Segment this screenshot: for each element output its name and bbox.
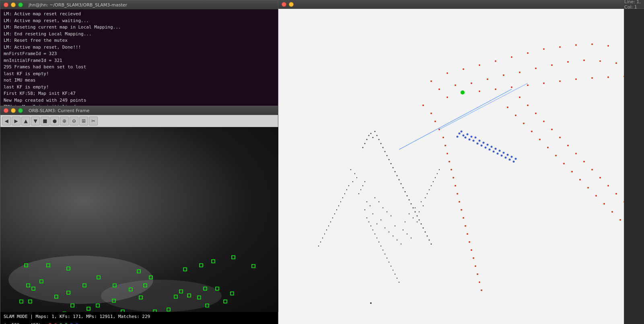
svg-point-104 [358, 193, 359, 194]
toolbar-cut-btn[interactable]: ✂ [89, 117, 98, 125]
toolbar-record-btn[interactable]: ● [50, 117, 59, 125]
svg-point-192 [438, 88, 440, 90]
svg-point-293 [501, 155, 503, 157]
svg-point-180 [430, 80, 432, 82]
svg-point-150 [377, 135, 378, 136]
terminal-min-btn[interactable] [11, 2, 16, 7]
slam-status-text: SLAM MODE | Maps: 1, KFs: 171, MPs: 1291… [4, 314, 150, 319]
svg-point-136 [334, 213, 335, 214]
terminal-titlebar: jhn@jhn: ~/ORB_SLAM3/ORB_SLAM3-master [0, 0, 278, 9]
svg-point-178 [429, 240, 430, 241]
svg-point-69 [370, 205, 370, 206]
coords-b: B:0 [70, 322, 78, 324]
svg-rect-10 [232, 256, 235, 259]
svg-point-128 [352, 181, 353, 182]
frame-min-btn[interactable] [11, 108, 16, 113]
svg-point-247 [575, 153, 577, 154]
svg-point-263 [571, 171, 573, 172]
svg-point-211 [559, 80, 561, 82]
svg-point-119 [389, 262, 389, 262]
svg-point-176 [425, 232, 426, 233]
svg-point-189 [575, 44, 577, 46]
svg-point-284 [483, 142, 485, 144]
svg-point-68 [366, 201, 367, 202]
svg-point-76 [391, 215, 391, 216]
coords-g: G:0 [60, 322, 68, 324]
coords-r: R:0 [49, 322, 57, 324]
svg-point-157 [387, 155, 388, 156]
map3d-min-btn[interactable] [289, 2, 294, 7]
svg-point-78 [377, 224, 377, 224]
svg-point-169 [411, 203, 412, 205]
svg-point-73 [372, 213, 373, 214]
camera-background [0, 127, 279, 312]
toolbar-back-btn[interactable]: ◀ [2, 117, 11, 125]
svg-point-248 [583, 161, 585, 162]
terminal-line-4: LM: End reseting Local Mapping... [4, 31, 275, 38]
svg-point-179 [431, 244, 432, 245]
svg-point-101 [435, 177, 436, 178]
svg-point-244 [551, 129, 553, 130]
terminal-title: jhn@jhn: ~/ORB_SLAM3/ORB_SLAM3-master [29, 2, 127, 8]
svg-point-210 [543, 82, 545, 84]
svg-point-227 [457, 193, 458, 195]
svg-point-269 [619, 219, 621, 221]
terminal-max-btn[interactable] [18, 2, 23, 7]
svg-point-204 [446, 96, 448, 98]
svg-point-231 [465, 225, 466, 227]
svg-point-243 [543, 121, 545, 122]
svg-point-145 [370, 133, 372, 134]
svg-point-99 [431, 185, 432, 186]
toolbar-down-btn[interactable]: ▼ [31, 117, 40, 125]
toolbar-search-btn[interactable]: ⊕ [60, 117, 69, 125]
svg-rect-25 [87, 307, 90, 310]
terminal-line-1: LM: Active map reset recieved [4, 11, 275, 18]
svg-point-149 [366, 139, 368, 140]
svg-point-173 [419, 219, 420, 221]
svg-point-279 [473, 140, 475, 142]
frame-max-btn[interactable] [18, 108, 23, 113]
terminal-line-2: LM: Active map reset, waiting... [4, 18, 275, 25]
svg-point-141 [324, 234, 325, 234]
frame-close-btn[interactable] [4, 108, 8, 113]
svg-point-214 [607, 76, 609, 78]
svg-point-163 [399, 179, 400, 180]
svg-point-135 [336, 209, 337, 210]
svg-point-84 [395, 226, 395, 226]
map3d-close-btn[interactable] [282, 2, 286, 7]
svg-point-280 [475, 137, 477, 139]
svg-point-188 [559, 46, 561, 48]
toolbar-zoom-btn[interactable]: ⊖ [70, 117, 78, 125]
toolbar-grid-btn[interactable]: ⊞ [79, 117, 88, 125]
svg-point-236 [475, 265, 476, 267]
terminal-line-9: 295 Frames had been set to lost [4, 64, 275, 71]
toolbar-stop-btn[interactable]: ■ [41, 117, 49, 125]
svg-point-95 [423, 205, 424, 206]
svg-point-89 [409, 213, 409, 214]
svg-point-301 [461, 90, 465, 94]
terminal-content: LM: Active map reset recieved LM: Active… [0, 9, 278, 112]
terminal-line-11: not IMU meas [4, 77, 275, 84]
svg-point-85 [403, 230, 403, 230]
coords-text: (x=559, y=497) ~ [4, 322, 46, 324]
svg-point-258 [531, 131, 533, 132]
svg-point-148 [374, 131, 376, 132]
toolbar-up-btn[interactable]: ▲ [21, 117, 30, 125]
terminal-close-btn[interactable] [4, 2, 8, 7]
svg-point-242 [535, 113, 537, 114]
toolbar-fwd-btn[interactable]: ▶ [12, 117, 21, 125]
svg-point-229 [461, 209, 462, 211]
svg-point-151 [364, 143, 366, 144]
svg-point-113 [377, 238, 377, 238]
svg-point-81 [393, 236, 393, 236]
svg-rect-7 [183, 268, 187, 271]
svg-rect-46 [121, 310, 124, 312]
svg-point-122 [395, 274, 395, 275]
svg-point-266 [595, 195, 597, 197]
svg-point-168 [409, 199, 410, 201]
svg-point-139 [328, 226, 329, 226]
svg-point-255 [507, 107, 508, 108]
svg-point-288 [491, 146, 493, 148]
svg-point-105 [360, 189, 361, 190]
svg-point-233 [469, 241, 470, 243]
